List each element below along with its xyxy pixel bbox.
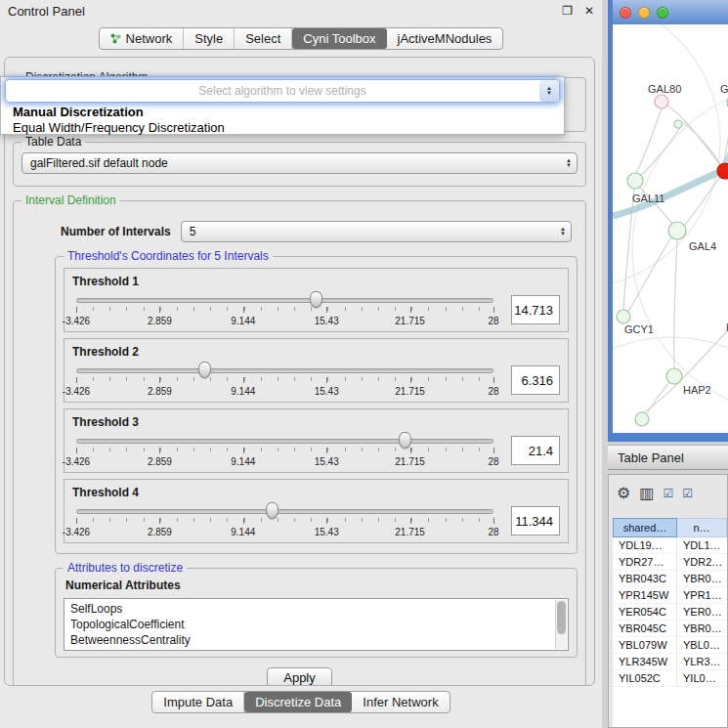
table-row-7[interactable]: YBL079WYBL0… [613, 637, 727, 654]
float-window-icon[interactable]: ❐ [562, 5, 573, 17]
mac-minimize-button[interactable] [638, 7, 650, 19]
network-canvas[interactable]: GAL80GAGAL11GAL4GCY1HHAP2 [613, 24, 728, 433]
tab-infer-network[interactable]: Infer Network [352, 692, 449, 712]
major-tick [243, 377, 244, 383]
network-node[interactable] [635, 412, 649, 426]
network-node-hap2[interactable] [666, 368, 682, 384]
tab-style[interactable]: Style [184, 28, 235, 49]
tab-impute-data[interactable]: Impute Data [152, 692, 244, 712]
slider-thumb[interactable] [198, 362, 211, 378]
cell-name: YDL1… [677, 537, 727, 553]
tab-label: Discretize Data [255, 695, 341, 709]
option-manual-discretization[interactable]: Manual Discretization [1, 105, 564, 120]
threshold-slider-4[interactable]: -3.4262.8599.14415.4321.71528 [76, 501, 493, 540]
threshold-value-2[interactable]: 6.316 [511, 365, 560, 395]
number-of-intervals-combobox[interactable]: 5 ▲▼ [181, 221, 572, 242]
table-row-6[interactable]: YBR045CYBR0… [613, 621, 727, 637]
tick-label: 28 [488, 527, 498, 537]
network-node-gal80[interactable] [655, 95, 668, 108]
tick-label: 2.859 [148, 456, 172, 467]
network-node-gal11[interactable] [627, 173, 643, 189]
tick-label: 2.859 [148, 527, 172, 537]
network-view-window: GAL80GAGAL11GAL4GCY1HHAP2 [608, 0, 728, 442]
network-icon [110, 33, 121, 44]
major-tick [410, 448, 411, 453]
threshold-value-4[interactable]: 11.344 [511, 506, 560, 535]
table-row-9[interactable]: YIL052CYIL0… [613, 670, 727, 687]
threshold-value-1[interactable]: 14.713 [511, 295, 560, 324]
cell-shared-name: YIL052C [613, 670, 677, 686]
tab-label: jActiveMNodules [398, 31, 492, 46]
cell-shared-name: YBR043C [613, 571, 677, 586]
numerical-attributes-label: Numerical Attributes [65, 578, 569, 592]
columns-icon[interactable]: ▥ [639, 486, 654, 501]
gear-icon[interactable]: ⚙ [617, 486, 630, 501]
table-row-3[interactable]: YBR043CYBR0… [613, 571, 727, 587]
network-node[interactable] [717, 163, 728, 179]
scrollbar-thumb[interactable] [557, 601, 566, 634]
table-data-combobox[interactable]: galFiltered.sif default node ▲▼ [21, 152, 578, 174]
table-row-4[interactable]: YPR145WYPR1… [613, 587, 727, 604]
numerical-attributes-list[interactable]: SelfLoopsTopologicalCoefficientBetweenne… [64, 598, 569, 651]
select-columns-icon[interactable]: ☑ [663, 488, 673, 499]
tab-cyni-toolbox[interactable]: Cyni Toolbox [292, 28, 386, 49]
threshold-slider-3[interactable]: -3.4262.8599.14415.4321.71528 [76, 431, 493, 470]
threshold-label: Threshold 1 [72, 273, 560, 290]
cell-shared-name: YDL19… [613, 537, 677, 553]
node-label-gcy1: GCY1 [624, 323, 654, 335]
major-tick [159, 518, 160, 524]
tab-discretize-data[interactable]: Discretize Data [244, 692, 352, 712]
tick-label: 2.859 [148, 316, 172, 326]
threshold-value-3[interactable]: 21.4 [511, 436, 560, 465]
node-attribute-table: shared… n… YDL19…YDL1…YDR27…YDR2…YBR043C… [613, 518, 727, 727]
table-row-8[interactable]: YLR345WYLR3… [613, 654, 727, 670]
threshold-slider-2[interactable]: -3.4262.8599.14415.4321.71528 [76, 361, 493, 400]
cell-shared-name: YPR145W [613, 587, 677, 603]
mac-zoom-button[interactable] [657, 7, 668, 19]
list-item-betweennesscentrality[interactable]: BetweennessCentrality [70, 632, 552, 648]
major-tick [76, 448, 77, 453]
tick-label: 9.144 [231, 456, 255, 467]
select-all-icon[interactable]: ☑ [682, 488, 693, 499]
tick-label: -3.426 [63, 456, 90, 467]
tick-label: 15.43 [315, 386, 339, 397]
mac-close-button[interactable] [620, 7, 631, 19]
network-node-gal4[interactable] [668, 222, 686, 239]
slider-scale-labels: -3.4262.8599.14415.4321.71528 [76, 386, 493, 398]
tab-jactivemnodules[interactable]: jActiveMNodules [387, 28, 503, 49]
tab-label: Impute Data [163, 695, 233, 709]
table-row-2[interactable]: YDR27…YDR2… [613, 554, 727, 571]
cell-shared-name: YBL079W [613, 637, 677, 653]
algorithm-combobox[interactable]: Select algorithm to view settings ▲▼ [5, 79, 560, 103]
slider-thumb[interactable] [310, 291, 322, 308]
table-row-1[interactable]: YDL19…YDL1… [613, 537, 727, 554]
number-of-intervals-row: Number of Intervals 5 ▲▼ [61, 221, 572, 242]
tab-select[interactable]: Select [235, 28, 292, 49]
tab-network[interactable]: Network [100, 28, 185, 49]
threshold-slider-1[interactable]: -3.4262.8599.14415.4321.71528 [76, 290, 493, 329]
network-node-gcy1[interactable] [617, 310, 630, 323]
column-header-shared-name[interactable]: shared… [613, 518, 677, 537]
node-label-hap2: HAP2 [683, 384, 711, 396]
cell-name: YIL0… [677, 670, 727, 686]
table-body: YDL19…YDL1…YDR27…YDR2…YBR043CYBR0…YPR145… [613, 537, 727, 687]
slider-thumb[interactable] [266, 502, 278, 519]
slider-scale-labels: -3.4262.8599.14415.4321.71528 [76, 527, 493, 538]
list-scrollbar[interactable] [555, 600, 567, 649]
close-icon[interactable]: ✕ [584, 5, 594, 17]
slider-ticks [76, 448, 493, 453]
network-node[interactable] [674, 120, 682, 128]
table-panel-toolbar: ⚙▥☑☑ [609, 475, 727, 512]
option-equal-width-frequency[interactable]: Equal Width/Frequency Discretization [1, 120, 564, 136]
column-header-name[interactable]: n… [677, 518, 727, 537]
cell-shared-name: YLR345W [613, 654, 677, 669]
combo-arrows-icon[interactable]: ▲▼ [539, 80, 559, 102]
threshold-label: Threshold 2 [72, 343, 560, 361]
major-tick [159, 377, 160, 383]
tick-label: 21.715 [395, 316, 425, 326]
list-item-selfloops[interactable]: SelfLoops [70, 601, 552, 617]
slider-thumb[interactable] [399, 432, 411, 449]
apply-button[interactable]: Apply [267, 667, 332, 686]
list-item-topologicalcoefficient[interactable]: TopologicalCoefficient [70, 617, 552, 632]
table-row-5[interactable]: YER054CYER0… [613, 604, 727, 621]
